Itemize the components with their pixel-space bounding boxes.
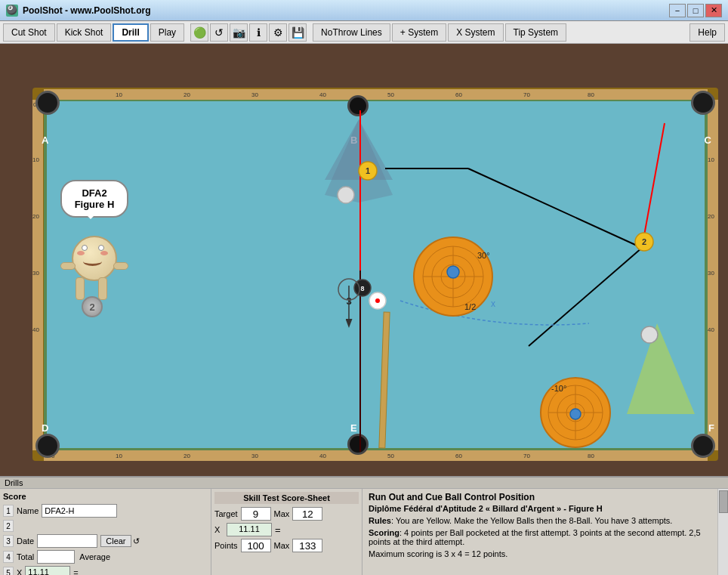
x-system-button[interactable]: X System — [448, 23, 503, 42]
tip-system-button[interactable]: Tip System — [505, 23, 567, 42]
scoring-label: Scoring — [369, 528, 399, 537]
bottom-panel: Drills Score 1 Name 2 3 Date Clea — [0, 476, 728, 575]
date-label: Date — [17, 536, 34, 546]
svg-rect-38 — [379, 312, 390, 448]
svg-text:30°: 30° — [477, 251, 490, 260]
plus-system-button[interactable]: + System — [392, 23, 446, 42]
x-label: X — [17, 568, 22, 575]
play-button[interactable]: Play — [150, 23, 184, 42]
svg-point-19 — [641, 326, 658, 343]
score-row-2: 2 — [3, 520, 208, 532]
help-button[interactable]: Help — [689, 23, 725, 42]
date-row: 3 Date Clear ↺ — [3, 534, 208, 548]
points-max-label: Max — [274, 541, 290, 550]
no-throw-lines-button[interactable]: NoThrow Lines — [313, 23, 390, 42]
svg-point-26 — [447, 266, 459, 278]
svg-line-5 — [529, 248, 642, 346]
info-title: Run Out and Cue Ball Control Position — [369, 492, 722, 502]
target-input[interactable] — [241, 507, 271, 521]
svg-marker-1 — [325, 119, 393, 202]
target-label: Target — [214, 509, 238, 518]
svg-text:1/2: 1/2 — [464, 302, 476, 311]
skill-equals: = — [275, 524, 281, 536]
green-circle-button[interactable]: 🟢 — [190, 23, 208, 42]
info-subtitle: Diplôme Fédéral d'Aptitude 2 « Billard d… — [369, 504, 722, 513]
date-input[interactable] — [37, 534, 97, 548]
close-button[interactable]: ✕ — [705, 4, 722, 17]
app-title: PoolShot - www.PoolShot.org — [23, 5, 669, 16]
scrollbar-thumb[interactable] — [719, 490, 728, 513]
refresh-button[interactable]: ↺ — [210, 23, 228, 42]
drill-button[interactable]: Drill — [113, 23, 148, 42]
x-value: 11.11 — [25, 566, 70, 575]
svg-text:x: x — [491, 298, 495, 309]
skill-points-row: Points Max — [214, 539, 359, 552]
kick-shot-button[interactable]: Kick Shot — [57, 23, 112, 42]
cut-shot-button[interactable]: Cut Shot — [3, 23, 55, 42]
points-max-input[interactable] — [292, 539, 322, 552]
x-row: 5 X 11.11 = — [3, 566, 208, 575]
minimize-button[interactable]: − — [669, 4, 686, 17]
svg-line-6 — [642, 123, 665, 248]
refresh-icon: ↺ — [133, 536, 140, 546]
scoring-text: : 4 points per Ball pocketed at the firs… — [369, 528, 701, 546]
floppy-button[interactable]: 💾 — [288, 23, 307, 42]
speech-text: DFA2Figure H — [75, 187, 115, 210]
svg-point-11 — [338, 187, 354, 203]
rules-text: : You are Yellow. Make the Yellow Balls … — [391, 516, 672, 525]
app-icon: 🎱 — [6, 5, 18, 17]
skill-max-label: Max — [274, 509, 290, 518]
skill-panel: Skill Test Score-Sheet Target Max X 11.1… — [211, 489, 362, 575]
titlebar: 🎱 PoolShot - www.PoolShot.org − □ ✕ — [0, 0, 728, 21]
skill-header: Skill Test Score-Sheet — [214, 492, 359, 504]
info-scoring: Scoring: 4 points per Ball pocketed at t… — [369, 528, 722, 546]
svg-text:1: 1 — [366, 166, 370, 175]
bottom-content: Score 1 Name 2 3 Date Clear ↺ — [0, 489, 728, 575]
svg-line-4 — [468, 168, 642, 248]
total-input[interactable] — [37, 550, 75, 564]
score-panel: Score 1 Name 2 3 Date Clear ↺ — [0, 489, 211, 575]
svg-marker-8 — [627, 323, 695, 414]
window-controls: − □ ✕ — [669, 4, 722, 17]
points-input[interactable] — [241, 539, 271, 552]
skill-target-row: Target Max — [214, 507, 359, 521]
info-rules: Rules: You are Yellow. Make the Yellow B… — [369, 516, 722, 525]
svg-point-14 — [375, 298, 380, 303]
equals-sign: = — [73, 568, 78, 575]
mascot-area: DFA2Figure H 2 — [60, 180, 128, 311]
camera-button[interactable]: 📷 — [230, 23, 248, 42]
svg-point-36 — [570, 409, 581, 419]
name-label: Name — [17, 506, 39, 515]
skill-multiplier: 11.11 — [227, 523, 272, 536]
score-header: Score — [3, 492, 208, 501]
name-row: 1 Name — [3, 504, 208, 518]
maximize-button[interactable]: □ — [687, 4, 704, 17]
info-max-scoring: Maximum scoring is 3 x 4 = 12 points. — [369, 549, 722, 558]
speech-bubble: DFA2Figure H — [60, 180, 128, 218]
rules-label: Rules — [369, 516, 391, 525]
max-input[interactable] — [292, 507, 322, 521]
name-input[interactable] — [42, 504, 117, 518]
info-button[interactable]: ℹ — [249, 23, 267, 42]
gear-button[interactable]: ⚙ — [269, 23, 287, 42]
points-label: Points — [214, 541, 238, 550]
total-label: Total — [17, 552, 34, 561]
drills-label: Drills — [0, 478, 728, 489]
clear-button[interactable]: Clear — [100, 535, 131, 547]
svg-text:8: 8 — [360, 285, 364, 292]
toolbar: Cut Shot Kick Shot Drill Play 🟢 ↺ 📷 ℹ ⚙ … — [0, 21, 728, 44]
average-label: Average — [79, 552, 110, 561]
svg-text:2: 2 — [642, 237, 646, 246]
svg-text:-10°: -10° — [551, 384, 566, 393]
total-row: 4 Total Average — [3, 550, 208, 564]
skill-x-label: X — [214, 525, 224, 534]
info-panel: Run Out and Cue Ball Control Position Di… — [362, 489, 728, 575]
info-scrollbar[interactable] — [717, 489, 728, 575]
table-area: 0 10 20 30 40 50 60 70 80 0 10 20 30 40 … — [0, 44, 728, 476]
skill-multiply-row: X 11.11 = — [214, 523, 359, 536]
